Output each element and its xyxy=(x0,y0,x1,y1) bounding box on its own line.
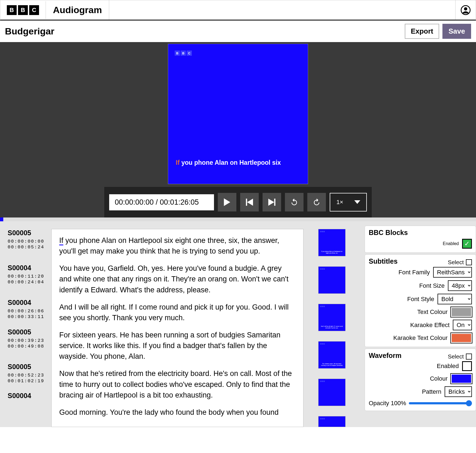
segment-id: S00005 xyxy=(8,229,51,237)
svg-point-1 xyxy=(464,7,467,10)
speed-dropdown[interactable]: 1× xyxy=(330,193,367,211)
select-waveform-checkbox[interactable] xyxy=(466,354,472,360)
segment-time: S00005 00:00:39:23 00:00:49:08 xyxy=(0,328,51,363)
skip-fwd-icon xyxy=(268,198,275,206)
bbc-b2: B xyxy=(18,5,28,15)
segment-thumbnail[interactable]: For sixteen years. He has been running a… xyxy=(318,341,346,369)
transcript-line[interactable]: You have you, Garfield. Oh, yes. Here yo… xyxy=(59,263,296,295)
segment-thumbnail[interactable] xyxy=(318,416,346,427)
subtitle-rest: you phone Alan on Hartlepool six xyxy=(180,159,281,166)
bbc-b1: B xyxy=(7,5,17,15)
segment-time: S00005 00:00:00:00 00:00:05:24 xyxy=(0,229,51,264)
panel-subtitles: Subtitles Select Font Family ReithSans F… xyxy=(365,254,476,347)
panel-title: Subtitles xyxy=(369,257,398,265)
segment-time: S00005 00:00:52:23 00:01:02:19 xyxy=(0,363,51,392)
subheader: Budgerigar Export Save xyxy=(0,20,476,42)
font-style-select[interactable]: Bold xyxy=(438,294,472,304)
transcript-line[interactable]: Good morning. You're the lady who found … xyxy=(59,407,296,418)
font-size-label: Font Size xyxy=(419,282,445,289)
font-family-label: Font Family xyxy=(398,269,430,276)
speed-value: 1× xyxy=(336,199,343,206)
thumbnail-column: If you phone Alan on Hartlepool six eigh… xyxy=(304,221,361,427)
segment-thumbnail[interactable]: And I will be all right. If I come round… xyxy=(318,304,346,331)
segment-thumbnail[interactable]: If you phone Alan on Hartlepool six eigh… xyxy=(318,229,346,256)
play-button[interactable] xyxy=(218,193,236,211)
current-word: If xyxy=(59,236,63,245)
segment-thumbnail[interactable] xyxy=(318,379,346,406)
playhead-marker[interactable] xyxy=(0,217,3,221)
bbc-c: C xyxy=(29,5,39,15)
text-colour-label: Text Colour xyxy=(417,308,448,316)
panel-title: BBC Blocks xyxy=(369,229,472,237)
font-family-select[interactable]: ReithSans xyxy=(433,267,472,278)
workspace: S00005 00:00:00:00 00:00:05:24 S00004 00… xyxy=(0,221,476,427)
redo-icon xyxy=(313,198,321,206)
app-name: Audiogram xyxy=(46,0,109,20)
chevron-down-icon xyxy=(354,200,360,204)
subtitle-preview: If you phone Alan on Hartlepool six xyxy=(176,159,300,166)
karaoke-colour-swatch[interactable] xyxy=(451,333,472,343)
transcript-line[interactable]: Now that he's retired from the electrici… xyxy=(59,368,296,400)
play-icon xyxy=(224,198,230,206)
canvas-bbc-logo: B B C xyxy=(175,51,192,56)
transcript-line[interactable]: And I will be all right. If I come round… xyxy=(59,302,296,323)
select-label: Select xyxy=(448,259,464,266)
player-controls: 00:00:00:00 / 00:01:26:05 1× xyxy=(104,187,371,217)
topbar: B B C Audiogram xyxy=(0,0,476,20)
blocks-enabled-checkbox[interactable]: ✓ xyxy=(462,239,472,249)
properties-panel: BBC Blocks Enabled ✓ Subtitles Select Fo… xyxy=(361,221,476,427)
timeline[interactable] xyxy=(0,217,476,221)
select-label: Select xyxy=(448,353,464,360)
undo-button[interactable] xyxy=(285,193,304,211)
karaoke-colour-label: Karaoke Text Colour xyxy=(393,334,448,342)
select-subtitles-checkbox[interactable] xyxy=(466,259,472,265)
waveform-pattern-label: Pattern xyxy=(422,388,441,395)
export-button[interactable]: Export xyxy=(405,24,439,39)
waveform-enabled-label: Enabled xyxy=(437,363,459,370)
opacity-slider[interactable] xyxy=(409,402,472,404)
karaoke-effect-select[interactable]: On xyxy=(453,320,472,330)
segment-time: S00004 00:00:26:06 00:00:33:11 xyxy=(0,299,51,328)
timecode-column: S00005 00:00:00:00 00:00:05:24 S00004 00… xyxy=(0,221,51,427)
bbc-logo: B B C xyxy=(0,1,46,19)
waveform-colour-label: Colour xyxy=(430,375,448,382)
preview-area: B B C If you phone Alan on Hartlepool si… xyxy=(0,42,476,217)
transcript-line[interactable]: If you phone Alan on Hartlepool six eigh… xyxy=(59,235,296,257)
panel-waveform: Waveform Select Enabled Colour Pattern B… xyxy=(365,349,476,411)
panel-title: Waveform xyxy=(369,352,401,360)
page-title: Budgerigar xyxy=(5,26,54,37)
subtitle-karaoke-word: If xyxy=(176,159,180,166)
save-button[interactable]: Save xyxy=(442,24,471,39)
font-size-select[interactable]: 48px xyxy=(448,280,472,291)
font-style-label: Font Style xyxy=(407,296,434,303)
skip-back-icon xyxy=(246,198,253,206)
karaoke-effect-label: Karaoke Effect xyxy=(410,322,450,329)
segment-thumbnail[interactable] xyxy=(318,266,346,294)
transcript-line[interactable]: For sixteen years. He has been running a… xyxy=(59,330,296,362)
account-icon xyxy=(461,5,471,15)
segment-time: S00004 xyxy=(0,392,51,400)
undo-icon xyxy=(290,198,298,206)
segment-out: 00:00:05:24 xyxy=(8,244,51,250)
time-display: 00:00:00:00 / 00:01:26:05 xyxy=(109,194,214,210)
segment-time: S00004 00:00:11:20 00:00:24:04 xyxy=(0,264,51,299)
waveform-pattern-select[interactable]: Bricks xyxy=(445,386,472,397)
panel-bbc-blocks: BBC Blocks Enabled ✓ xyxy=(365,226,476,253)
waveform-colour-swatch[interactable] xyxy=(451,374,472,384)
transcript[interactable]: If you phone Alan on Hartlepool six eigh… xyxy=(51,229,304,427)
skip-forward-button[interactable] xyxy=(263,193,281,211)
text-colour-swatch[interactable] xyxy=(451,307,472,317)
preview-canvas: B B C If you phone Alan on Hartlepool si… xyxy=(168,44,308,184)
segment-in: 00:00:00:00 xyxy=(8,239,51,244)
opacity-label: Opacity 100% xyxy=(369,400,406,407)
waveform-enabled-checkbox[interactable] xyxy=(462,361,472,371)
account-button[interactable] xyxy=(456,5,476,15)
topbar-spacer xyxy=(109,0,456,20)
enabled-label: Enabled xyxy=(443,241,459,246)
redo-button[interactable] xyxy=(307,193,326,211)
skip-back-button[interactable] xyxy=(240,193,259,211)
